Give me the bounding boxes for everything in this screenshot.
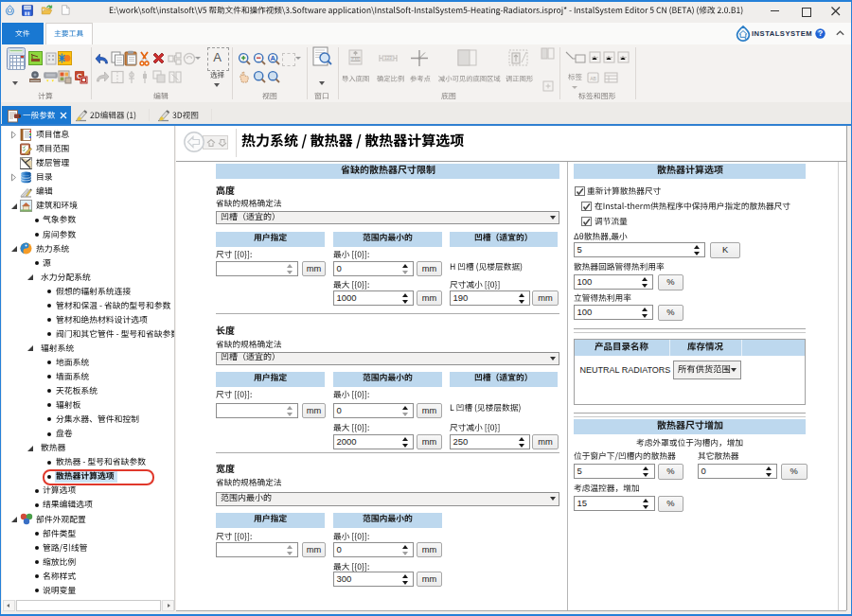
svg-text:123: 123: [384, 56, 392, 61]
svg-text:A: A: [270, 54, 275, 62]
svg-text:AB: AB: [590, 76, 596, 81]
svg-text:BASE: BASE: [350, 57, 361, 62]
svg-text:?: ?: [818, 28, 823, 38]
